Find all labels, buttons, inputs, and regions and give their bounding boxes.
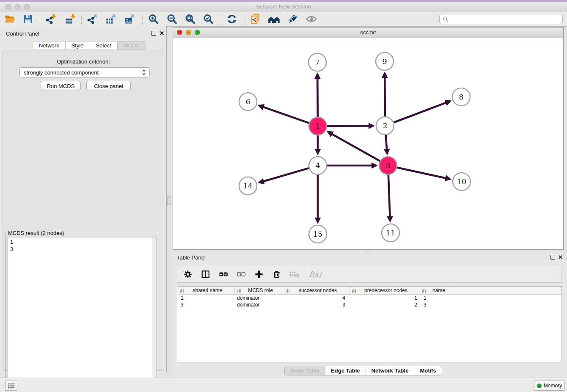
hide-details-button[interactable] bbox=[286, 13, 300, 25]
window-zoom-icon[interactable] bbox=[24, 4, 30, 10]
table-cell: 4 bbox=[283, 295, 350, 301]
open-folder-icon bbox=[4, 13, 16, 25]
zoom-fit-button[interactable] bbox=[183, 13, 197, 25]
search-field[interactable] bbox=[439, 14, 563, 24]
toolbar-separator bbox=[142, 14, 143, 25]
zoom-in-button[interactable] bbox=[146, 13, 160, 25]
column-header-predecessor-nodes[interactable]: predecessor nodes bbox=[350, 287, 419, 294]
tab-mcds[interactable]: MCDS bbox=[117, 41, 146, 50]
mcds-result-title: MCDS result (2 nodes) bbox=[7, 230, 65, 236]
graph-node-label-10: 10 bbox=[457, 177, 466, 186]
tab-node-table[interactable]: Node Table bbox=[284, 366, 325, 375]
home-button[interactable] bbox=[267, 13, 281, 25]
import-table-button[interactable] bbox=[63, 13, 77, 25]
window-minimize-icon[interactable] bbox=[14, 4, 21, 10]
graph-edge-3-11[interactable] bbox=[388, 175, 390, 221]
column-header-successor-nodes[interactable]: successor nodes bbox=[283, 287, 350, 294]
column-header-label: MCDS role bbox=[242, 287, 283, 293]
delete-table-icon bbox=[289, 270, 300, 279]
plus-icon bbox=[254, 269, 264, 279]
columns-icon bbox=[201, 270, 210, 279]
float-table-panel-icon[interactable] bbox=[550, 255, 555, 259]
column-header-label: successor nodes bbox=[291, 287, 349, 293]
graph-edge-1-7[interactable] bbox=[317, 74, 318, 117]
close-panel-button[interactable]: Close panel bbox=[86, 81, 131, 91]
graph-node-label-7: 7 bbox=[315, 58, 319, 66]
tab-select[interactable]: Select bbox=[90, 41, 118, 50]
table-row[interactable]: 3dominator323 bbox=[177, 301, 561, 308]
table-settings-button[interactable] bbox=[182, 269, 193, 280]
toolbar-separator bbox=[81, 14, 82, 25]
tab-network-table[interactable]: Network Table bbox=[366, 366, 415, 375]
network-minimize-icon[interactable]: − bbox=[186, 30, 191, 35]
control-panel-tabs: Network Style Select MCDS bbox=[33, 41, 146, 50]
mcds-result-text: 1 3 bbox=[8, 237, 156, 254]
show-columns-button[interactable] bbox=[200, 269, 211, 280]
search-input[interactable] bbox=[450, 15, 562, 23]
unselect-all-icon bbox=[236, 269, 246, 279]
function-builder-button[interactable]: f(x) bbox=[307, 269, 324, 280]
close-panel-icon[interactable]: ✕ bbox=[160, 31, 164, 36]
graph-edge-2-9[interactable] bbox=[385, 73, 385, 116]
add-column-button[interactable] bbox=[253, 269, 264, 280]
export-image-button[interactable] bbox=[123, 13, 136, 25]
export-image-icon bbox=[124, 13, 135, 25]
zoom-out-icon bbox=[166, 13, 178, 25]
import-network-button[interactable] bbox=[44, 13, 58, 25]
column-header-shared-name[interactable]: shared name bbox=[177, 287, 235, 294]
float-panel-icon[interactable] bbox=[151, 31, 156, 36]
zoom-selected-icon bbox=[202, 13, 214, 25]
unselect-all-button[interactable] bbox=[236, 269, 247, 280]
hide-graphics-details-icon bbox=[287, 13, 299, 25]
refresh-button[interactable] bbox=[225, 13, 239, 25]
export-network-button[interactable] bbox=[85, 13, 99, 25]
criterion-dropdown[interactable]: strongly connected component bbox=[19, 67, 150, 77]
table-row[interactable]: 1dominator411 bbox=[177, 295, 561, 301]
network-maximize-icon[interactable]: + bbox=[195, 30, 200, 35]
graph-edge-1-6[interactable] bbox=[259, 105, 309, 123]
show-details-button[interactable] bbox=[305, 13, 318, 25]
table-header-row: shared nameMCDS rolesuccessor nodesprede… bbox=[177, 287, 561, 295]
graph-edge-2-8[interactable] bbox=[394, 101, 450, 122]
export-table-button[interactable] bbox=[104, 13, 118, 25]
mcds-result-scrollbar[interactable] bbox=[152, 237, 156, 383]
zoom-out-button[interactable] bbox=[165, 13, 179, 25]
column-header-MCDS-role[interactable]: MCDS role bbox=[235, 287, 283, 294]
delete-column-button[interactable] bbox=[271, 269, 282, 280]
close-table-panel-icon[interactable]: ✕ bbox=[558, 255, 563, 260]
save-session-button[interactable] bbox=[21, 13, 35, 25]
open-session-button[interactable] bbox=[3, 13, 17, 25]
tab-motifs[interactable]: Motifs bbox=[414, 366, 442, 375]
delete-table-button[interactable] bbox=[289, 269, 300, 280]
table-cell: dominator bbox=[235, 295, 283, 301]
mcds-result-textarea[interactable]: 1 3 bbox=[7, 237, 157, 383]
task-history-button[interactable] bbox=[5, 381, 17, 391]
vertical-splitter-handle[interactable] bbox=[167, 196, 171, 205]
select-all-button[interactable] bbox=[218, 269, 229, 280]
tab-edge-table[interactable]: Edge Table bbox=[325, 366, 366, 375]
memory-button[interactable]: Memory bbox=[534, 381, 565, 391]
table-cell: 3 bbox=[419, 301, 455, 308]
graph-edge-1-2[interactable] bbox=[327, 126, 373, 126]
column-header-name[interactable]: name bbox=[419, 287, 455, 294]
window-close-icon[interactable] bbox=[5, 4, 11, 10]
sort-icon bbox=[179, 288, 184, 293]
network-close-icon[interactable]: ✕ bbox=[177, 30, 182, 35]
zoom-in-icon bbox=[147, 13, 159, 25]
dropdown-stepper-icon bbox=[140, 69, 147, 76]
network-window-title: scc.txt bbox=[173, 28, 563, 38]
control-panel-title: Control Panel bbox=[6, 30, 39, 37]
tab-network[interactable]: Network bbox=[33, 41, 66, 50]
network-canvas[interactable]: 7968124314101511 bbox=[173, 38, 563, 249]
network-window-titlebar[interactable]: ✕ − + scc.txt bbox=[173, 28, 563, 38]
graph-edge-3-1[interactable] bbox=[328, 132, 380, 161]
run-mcds-button[interactable]: Run MCDS bbox=[41, 81, 81, 91]
graph-edge-2-3[interactable] bbox=[386, 135, 387, 154]
zoom-selected-button[interactable] bbox=[201, 13, 215, 25]
toolbar-separator bbox=[245, 14, 245, 25]
graph-edge-3-10[interactable] bbox=[397, 168, 450, 179]
graph-edge-4-14[interactable] bbox=[259, 168, 309, 182]
clone-network-button[interactable] bbox=[249, 13, 262, 25]
node-table[interactable]: shared nameMCDS rolesuccessor nodesprede… bbox=[177, 286, 562, 362]
tab-style[interactable]: Style bbox=[65, 41, 90, 50]
